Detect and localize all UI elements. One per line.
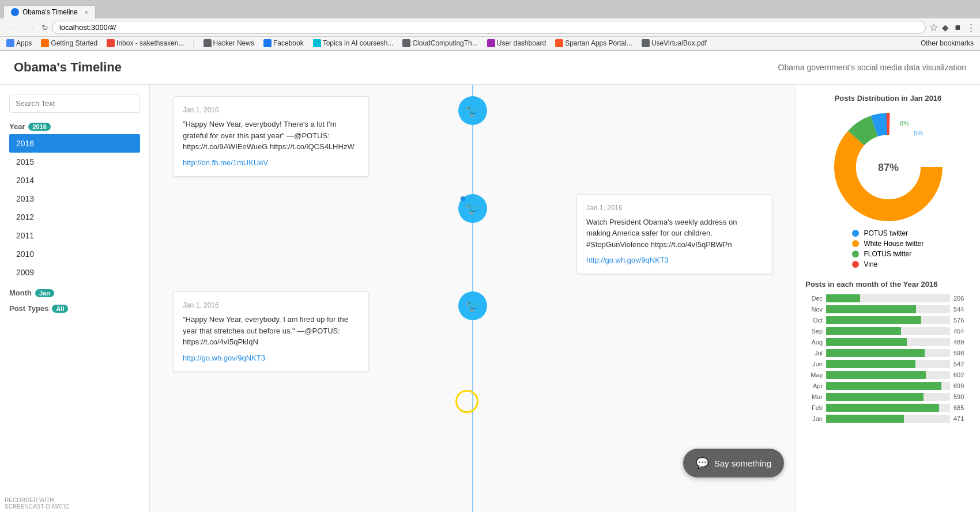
- bookmark-user-dashboard[interactable]: User dashboard: [485, 39, 548, 48]
- back-button[interactable]: ←: [5, 21, 20, 34]
- post-types-badge: All: [52, 305, 68, 313]
- tab-close-button[interactable]: ×: [85, 9, 88, 16]
- bar-value: 206: [953, 295, 971, 302]
- year-item-2014[interactable]: 2014: [9, 171, 140, 189]
- hacker-news-icon: [203, 39, 212, 47]
- search-input[interactable]: [9, 94, 140, 113]
- year-badge: 2016: [28, 123, 50, 131]
- bar-value: 471: [953, 415, 971, 422]
- forward-button[interactable]: →: [23, 21, 38, 34]
- bookmark-apps[interactable]: Apps: [5, 39, 33, 48]
- address-bar[interactable]: [52, 21, 926, 34]
- year-filter-label: Year 2016: [9, 122, 140, 131]
- tweet-link-2[interactable]: http://go.wh.gov/9qNKT3: [586, 256, 669, 264]
- bar-row-jan: Jan 471: [805, 415, 971, 423]
- bookmark-spartan[interactable]: Spartan Apps Portal...: [553, 39, 634, 48]
- bar-fill: [826, 371, 926, 379]
- legend-potus-twitter: POTUS twitter: [852, 229, 924, 237]
- bookmark-facebook-label: Facebook: [273, 39, 304, 47]
- bookmark-hacker-news[interactable]: Hacker News: [202, 39, 256, 48]
- bookmark-cloud-label: CloudComputingTh...: [412, 39, 477, 47]
- sidebar: Year 2016 2016 2015 2014 2013 2012 2011 …: [0, 85, 150, 512]
- bar-chart-rows: Dec 206 Nov 544 Oct 576 Sep 454 Aug 489 …: [805, 294, 971, 423]
- year-item-2012[interactable]: 2012: [9, 208, 140, 226]
- bar-value: 544: [953, 306, 971, 313]
- bar-fill: [826, 382, 941, 390]
- bookmark-hacker-news-label: Hacker News: [213, 39, 254, 47]
- cursor-circle: [455, 390, 478, 413]
- bar-fill: [826, 404, 939, 412]
- chart-area: Posts Distribution in Jan 2016 87%: [796, 85, 980, 512]
- browser-tabs: Obama's Timeline ×: [0, 0, 980, 18]
- bar-value: 598: [953, 350, 971, 356]
- bookmark-virtualbox[interactable]: UseVirtualBox.pdf: [640, 39, 708, 48]
- user-dashboard-icon: [487, 39, 495, 47]
- bar-track: [826, 316, 950, 324]
- bar-label: Nov: [805, 306, 823, 313]
- bookmark-cloud[interactable]: CloudComputingTh...: [401, 39, 479, 48]
- main-layout: Year 2016 2016 2015 2014 2013 2012 2011 …: [0, 85, 980, 512]
- bar-row-nov: Nov 544: [805, 305, 971, 313]
- refresh-button[interactable]: ↻: [42, 23, 48, 32]
- bookmark-spartan-label: Spartan Apps Portal...: [565, 39, 632, 47]
- bar-value: 685: [953, 404, 971, 411]
- donut-chart-title: Posts Distribution in Jan 2016: [835, 94, 942, 103]
- browser-chrome: Obama's Timeline × ← → ↻ ☆ ◆ ◾ ⋮ Apps Ge…: [0, 0, 980, 51]
- opera-icon[interactable]: ◆: [942, 22, 949, 33]
- legend-whitehouse-twitter: White House twitter: [852, 240, 924, 248]
- year-item-2013[interactable]: 2013: [9, 189, 140, 208]
- extension-icon[interactable]: ◾: [952, 22, 963, 33]
- bookmark-star-icon[interactable]: ☆: [929, 21, 938, 34]
- bookmark-inbox[interactable]: Inbox - sakethsaxen...: [105, 39, 186, 48]
- bookmark-virtualbox-label: UseVirtualBox.pdf: [651, 39, 707, 47]
- tweet-card-2: Jan 1, 2016 Watch President Obama's week…: [576, 194, 772, 275]
- bookmark-topics-ai[interactable]: Topics in AI coursesh...: [311, 39, 395, 48]
- bookmark-getting-started-label: Getting Started: [51, 39, 97, 47]
- bar-track: [826, 371, 950, 379]
- bar-value: 699: [953, 382, 971, 389]
- bookmark-getting-started[interactable]: Getting Started: [39, 39, 99, 48]
- donut-svg: 87% 8% 5%: [831, 109, 946, 225]
- potus-twitter-label: POTUS twitter: [864, 229, 908, 237]
- bar-fill: [826, 305, 916, 313]
- spartan-icon: [555, 39, 563, 47]
- topics-ai-icon: [313, 39, 321, 47]
- chat-icon: 💬: [696, 457, 708, 469]
- year-item-2009[interactable]: 2009: [9, 263, 140, 282]
- bar-track: [826, 404, 950, 412]
- whitehouse-twitter-dot: [852, 240, 859, 247]
- menu-icon[interactable]: ⋮: [967, 22, 975, 33]
- bar-label: Mar: [805, 393, 823, 400]
- say-something-button[interactable]: 💬 Say something: [683, 449, 784, 477]
- tweet-date-3: Jan 1, 2016: [183, 301, 359, 309]
- tweet-link-1[interactable]: http://on.fb.me/1mUKUeV: [183, 158, 268, 167]
- donut-chart-container: Posts Distribution in Jan 2016 87%: [805, 94, 971, 268]
- twitter-bird-icon-3: 🐦: [465, 298, 481, 313]
- bar-row-aug: Aug 489: [805, 338, 971, 346]
- bar-track: [826, 305, 950, 313]
- bar-fill: [826, 338, 907, 346]
- bar-track: [826, 415, 950, 423]
- bar-fill: [826, 393, 924, 401]
- year-item-2011[interactable]: 2011: [9, 226, 140, 245]
- year-filter-section: Year 2016 2016 2015 2014 2013 2012 2011 …: [9, 122, 140, 282]
- twitter-bird-icon-1: 🐦: [465, 103, 481, 118]
- year-item-2016[interactable]: 2016: [9, 134, 140, 153]
- flotus-twitter-dot: [852, 251, 859, 257]
- month-badge: Jan: [35, 289, 54, 297]
- year-item-2015[interactable]: 2015: [9, 153, 140, 171]
- bookmark-facebook[interactable]: Facebook: [262, 39, 306, 48]
- browser-tab-active[interactable]: Obama's Timeline ×: [3, 5, 96, 18]
- year-list: 2016 2015 2014 2013 2012 2011 2010 2009: [9, 134, 140, 282]
- bar-row-jun: Jun 542: [805, 360, 971, 368]
- other-bookmarks[interactable]: Other bookmarks: [919, 39, 975, 48]
- bar-track: [826, 360, 950, 368]
- bookmark-apps-label: Apps: [16, 39, 32, 47]
- bar-chart-title: Posts in each month of the Year 2016: [805, 280, 971, 289]
- year-item-2010[interactable]: 2010: [9, 245, 140, 263]
- tweet-link-3[interactable]: http://go.wh.gov/9qNKT3: [183, 354, 265, 362]
- bar-fill: [826, 349, 925, 357]
- bar-value: 602: [953, 371, 971, 378]
- bar-track: [826, 382, 950, 390]
- tweet-card-3: Jan 1, 2016 "Happy New Year, everybody. …: [173, 291, 369, 372]
